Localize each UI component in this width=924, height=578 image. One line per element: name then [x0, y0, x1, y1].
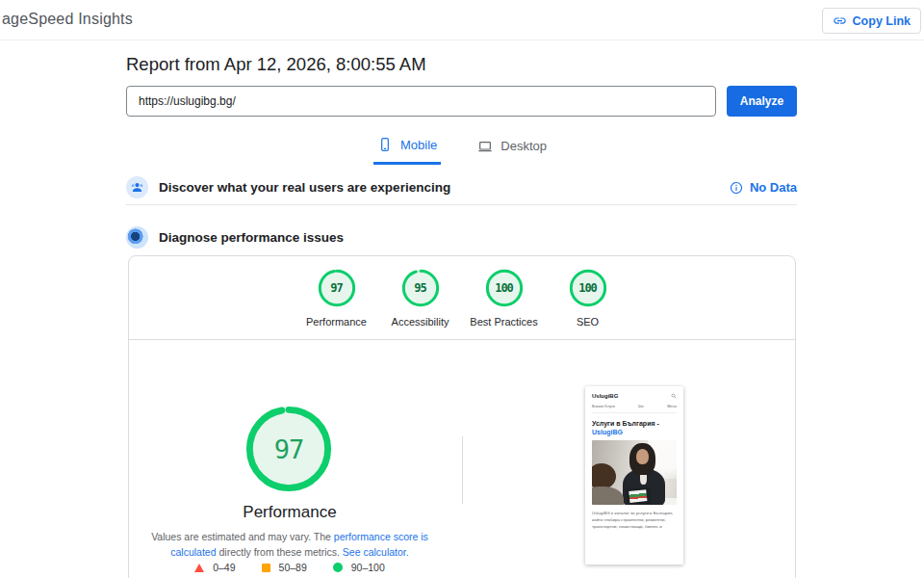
score-gauge-seo[interactable]: 100 SEO [546, 269, 629, 328]
thumbnail-heading-blue: UslugiBG [592, 429, 623, 435]
app-title: ageSpeed Insights [2, 11, 133, 28]
analyze-button[interactable]: Analyze [727, 86, 797, 117]
users-icon [126, 176, 148, 198]
score-label: Best Practices [470, 316, 537, 328]
see-calculator-link[interactable]: See calculator. [343, 546, 409, 558]
thumbnail-nav-item: Всички Услуги [592, 405, 615, 408]
search-icon [671, 393, 677, 399]
score-value: 100 [569, 269, 607, 307]
performance-panel-title: Performance [130, 503, 449, 522]
score-value: 97 [318, 269, 356, 307]
thumbnail-site-header: UslugiBG [592, 393, 677, 399]
performance-score-gauge[interactable]: 97 [244, 405, 333, 493]
speedometer-icon [126, 226, 148, 249]
score-label: SEO [577, 316, 599, 328]
legend-fail-range: 0–49 [194, 562, 235, 573]
url-input[interactable] [126, 86, 716, 117]
page-screenshot-thumbnail[interactable]: UslugiBG Всички Услуги Чат Меню Услуги в… [585, 386, 683, 565]
vertical-divider [462, 436, 463, 504]
report-card: 97 Performance 95 Accessibility 100 Best… [128, 255, 796, 578]
thumbnail-hero-photo [592, 440, 677, 505]
diagnose-section-header: Diagnose performance issues [126, 223, 797, 251]
link-icon [833, 13, 847, 28]
score-value: 95 [401, 269, 440, 307]
legend-range-label: 50–89 [279, 562, 307, 573]
thumbnail-nav-item: Меню [667, 405, 677, 408]
legend-average-range: 50–89 [262, 562, 307, 573]
score-scale-legend: 0–49 50–89 90–100 [130, 562, 449, 573]
thumbnail-nav: Всички Услуги Чат Меню [592, 405, 677, 413]
thumbnail-heading-dark: Услуги в България - [592, 420, 659, 427]
phone-icon [377, 137, 393, 152]
no-data-status[interactable]: No Data [730, 180, 797, 195]
score-gauge-best-practices[interactable]: 100 Best Practices [462, 269, 546, 328]
performance-score-value: 97 [244, 405, 333, 493]
laptop-icon [477, 139, 493, 154]
disclaimer-text: directly from these metrics. [217, 546, 343, 558]
thumbnail-description-text: UslugiBG е каталог за услуги в България,… [592, 510, 677, 530]
copy-link-button[interactable]: Copy Link [822, 8, 921, 34]
disclaimer-text: Values are estimated and may vary. The [151, 531, 334, 542]
legend-range-label: 90–100 [351, 562, 385, 573]
info-icon [730, 181, 743, 195]
thumbnail-site-name: UslugiBG [592, 393, 618, 399]
score-gauge-accessibility[interactable]: 95 Accessibility [378, 269, 462, 328]
thumbnail-page-heading: Услуги в България - UslugiBG [592, 419, 677, 436]
diagnose-title: Diagnose performance issues [159, 230, 344, 245]
category-scores-row: 97 Performance 95 Accessibility 100 Best… [129, 256, 795, 328]
device-tabs: Mobile Desktop [0, 133, 924, 165]
legend-pass-range: 90–100 [333, 562, 385, 573]
tab-desktop-label: Desktop [500, 139, 547, 153]
score-label: Accessibility [392, 316, 449, 328]
tab-mobile-label: Mobile [400, 138, 437, 152]
report-title: Report from Apr 12, 2026, 8:00:55 AM [126, 54, 426, 75]
no-data-label: No Data [750, 180, 797, 195]
top-bar: ageSpeed Insights Copy Link [0, 0, 924, 40]
score-disclaimer: Values are estimated and may vary. The p… [130, 529, 449, 561]
tab-mobile[interactable]: Mobile [373, 133, 441, 165]
score-value: 100 [485, 269, 524, 307]
average-square-icon [262, 564, 270, 572]
pagespeed-insights-app: ageSpeed Insights Copy Link Report from … [0, 0, 924, 578]
fail-triangle-icon [194, 564, 204, 572]
thumbnail-nav-item: Чат [638, 405, 644, 408]
legend-range-label: 0–49 [213, 562, 235, 573]
discover-title: Discover what your real users are experi… [159, 180, 450, 195]
tab-desktop[interactable]: Desktop [474, 133, 551, 165]
performance-panel: 97 Performance Values are estimated and … [129, 340, 795, 578]
score-label: Performance [306, 316, 367, 328]
copy-link-label: Copy Link [853, 14, 911, 28]
discover-section-header: Discover what your real users are experi… [126, 171, 797, 205]
score-gauge-performance[interactable]: 97 Performance [295, 269, 378, 328]
pass-circle-icon [333, 563, 343, 572]
